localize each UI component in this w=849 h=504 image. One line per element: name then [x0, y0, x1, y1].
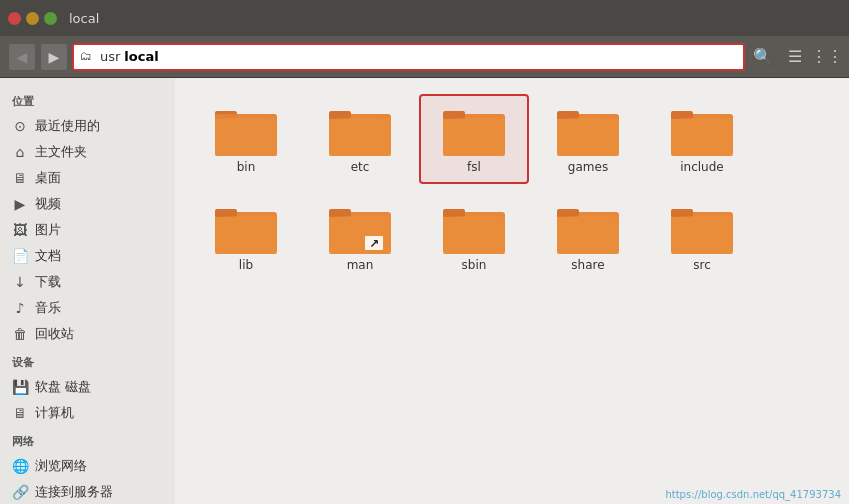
sidebar-item-desktop-label: 桌面 — [35, 169, 61, 187]
window-title: local — [69, 11, 99, 26]
video-icon: ▶ — [12, 196, 28, 212]
folder-bin-label: bin — [237, 160, 256, 174]
sidebar-item-video-label: 视频 — [35, 195, 61, 213]
file-grid: bin etc — [191, 94, 833, 282]
status-bar: https://blog.csdn.net/qq_41793734 — [665, 489, 841, 500]
sidebar-item-trash[interactable]: 🗑 回收站 — [0, 321, 175, 347]
trash-icon: 🗑 — [12, 326, 28, 342]
grid-button[interactable]: ⋮⋮ — [813, 43, 841, 71]
recent-icon: ⊙ — [12, 118, 28, 134]
pictures-icon: 🖼 — [12, 222, 28, 238]
folder-include[interactable]: include — [647, 94, 757, 184]
folder-lib-label: lib — [239, 258, 253, 272]
maximize-button[interactable] — [44, 12, 57, 25]
file-area: bin etc — [175, 78, 849, 504]
sidebar-item-connect-server-label: 连接到服务器 — [35, 483, 113, 501]
home-icon: ⌂ — [12, 144, 28, 160]
desktop-icon: 🖥 — [12, 170, 28, 186]
sidebar-item-documents-label: 文档 — [35, 247, 61, 265]
folder-man[interactable]: ↗ man — [305, 192, 415, 282]
breadcrumb-local[interactable]: local — [124, 49, 158, 64]
breadcrumb-bar[interactable]: 🗂 usr local — [72, 43, 745, 71]
server-icon: 🔗 — [12, 484, 28, 500]
sidebar-section-places: 位置 — [0, 86, 175, 113]
search-button[interactable]: 🔍 — [749, 43, 777, 71]
menu-button[interactable]: ☰ — [781, 43, 809, 71]
sidebar: 位置 ⊙ 最近使用的 ⌂ 主文件夹 🖥 桌面 ▶ 视频 🖼 图片 📄 文档 ↓ … — [0, 78, 175, 504]
close-button[interactable] — [8, 12, 21, 25]
folder-etc[interactable]: etc — [305, 94, 415, 184]
folder-sbin-label: sbin — [462, 258, 487, 272]
svg-text:↗: ↗ — [369, 237, 379, 251]
sidebar-item-floppy[interactable]: 💾 软盘 磁盘 — [0, 374, 175, 400]
folder-man-icon: ↗ — [329, 202, 391, 254]
back-icon: ◀ — [17, 49, 28, 65]
documents-icon: 📄 — [12, 248, 28, 264]
floppy-icon: 💾 — [12, 379, 28, 395]
folder-bin-icon — [215, 104, 277, 156]
folder-src-icon — [671, 202, 733, 254]
downloads-icon: ↓ — [12, 274, 28, 290]
location-icon: 🗂 — [80, 49, 96, 65]
folder-etc-icon — [329, 104, 391, 156]
toolbar-right: 🔍 ☰ ⋮⋮ — [749, 43, 841, 71]
sidebar-item-video[interactable]: ▶ 视频 — [0, 191, 175, 217]
folder-src-label: src — [693, 258, 711, 272]
sidebar-item-downloads-label: 下载 — [35, 273, 61, 291]
folder-include-icon — [671, 104, 733, 156]
breadcrumb-usr[interactable]: usr — [100, 49, 120, 64]
folder-games-label: games — [568, 160, 608, 174]
sidebar-item-recent[interactable]: ⊙ 最近使用的 — [0, 113, 175, 139]
sidebar-item-music-label: 音乐 — [35, 299, 61, 317]
folder-lib-icon — [215, 202, 277, 254]
sidebar-item-connect-server[interactable]: 🔗 连接到服务器 — [0, 479, 175, 504]
folder-share[interactable]: share — [533, 192, 643, 282]
music-icon: ♪ — [12, 300, 28, 316]
forward-icon: ▶ — [49, 49, 60, 65]
back-button[interactable]: ◀ — [8, 43, 36, 71]
toolbar: ◀ ▶ 🗂 usr local 🔍 ☰ ⋮⋮ — [0, 36, 849, 78]
forward-button[interactable]: ▶ — [40, 43, 68, 71]
folder-fsl-label: fsl — [467, 160, 481, 174]
sidebar-item-recent-label: 最近使用的 — [35, 117, 100, 135]
sidebar-item-home-label: 主文件夹 — [35, 143, 87, 161]
menu-icon: ☰ — [788, 47, 802, 66]
folder-share-icon — [557, 202, 619, 254]
sidebar-item-trash-label: 回收站 — [35, 325, 74, 343]
sidebar-item-pictures-label: 图片 — [35, 221, 61, 239]
breadcrumb-path: usr local — [100, 49, 159, 64]
folder-src[interactable]: src — [647, 192, 757, 282]
folder-man-label: man — [347, 258, 374, 272]
sidebar-item-computer-label: 计算机 — [35, 404, 74, 422]
titlebar: local — [0, 0, 849, 36]
sidebar-item-desktop[interactable]: 🖥 桌面 — [0, 165, 175, 191]
sidebar-item-browse-network[interactable]: 🌐 浏览网络 — [0, 453, 175, 479]
computer-icon: 🖥 — [12, 405, 28, 421]
folder-sbin-icon — [443, 202, 505, 254]
sidebar-item-home[interactable]: ⌂ 主文件夹 — [0, 139, 175, 165]
main-area: 位置 ⊙ 最近使用的 ⌂ 主文件夹 🖥 桌面 ▶ 视频 🖼 图片 📄 文档 ↓ … — [0, 78, 849, 504]
sidebar-item-downloads[interactable]: ↓ 下载 — [0, 269, 175, 295]
sidebar-item-pictures[interactable]: 🖼 图片 — [0, 217, 175, 243]
sidebar-item-browse-network-label: 浏览网络 — [35, 457, 87, 475]
minimize-button[interactable] — [26, 12, 39, 25]
folder-lib[interactable]: lib — [191, 192, 301, 282]
folder-bin[interactable]: bin — [191, 94, 301, 184]
folder-games[interactable]: games — [533, 94, 643, 184]
window-controls — [8, 12, 57, 25]
sidebar-item-music[interactable]: ♪ 音乐 — [0, 295, 175, 321]
folder-fsl[interactable]: fsl — [419, 94, 529, 184]
folder-etc-label: etc — [351, 160, 370, 174]
status-url: https://blog.csdn.net/qq_41793734 — [665, 489, 841, 500]
sidebar-item-computer[interactable]: 🖥 计算机 — [0, 400, 175, 426]
folder-share-label: share — [571, 258, 604, 272]
folder-fsl-icon — [443, 104, 505, 156]
folder-sbin[interactable]: sbin — [419, 192, 529, 282]
sidebar-item-floppy-label: 软盘 磁盘 — [35, 378, 91, 396]
folder-games-icon — [557, 104, 619, 156]
sidebar-section-network: 网络 — [0, 426, 175, 453]
sidebar-item-documents[interactable]: 📄 文档 — [0, 243, 175, 269]
sidebar-section-devices: 设备 — [0, 347, 175, 374]
search-icon: 🔍 — [753, 47, 773, 66]
folder-include-label: include — [680, 160, 723, 174]
